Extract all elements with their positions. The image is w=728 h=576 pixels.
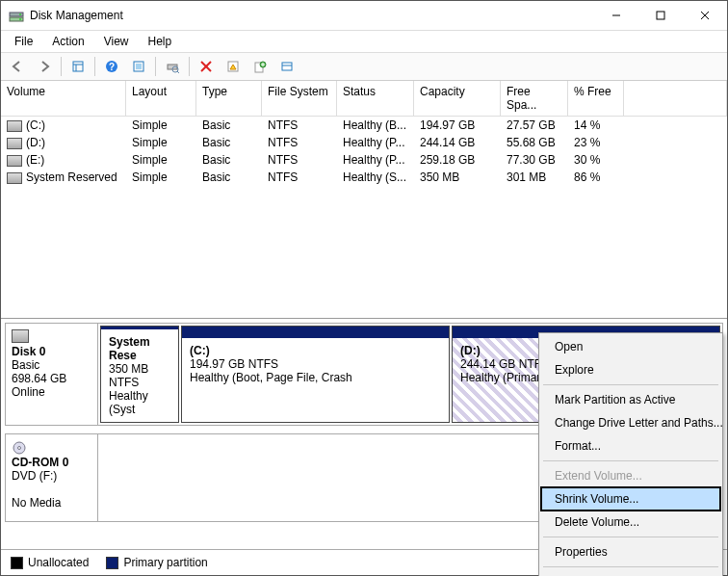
menu-file[interactable]: File (7, 33, 40, 50)
volume-icon (7, 155, 22, 167)
window-titlebar: Disk Management (1, 1, 727, 31)
legend-primary: Primary partition (106, 556, 207, 569)
swatch-black (11, 557, 23, 569)
svg-rect-5 (657, 12, 664, 19)
vol-type: Basic (196, 117, 262, 134)
menu-view[interactable]: View (96, 33, 137, 50)
part-title: (C:) (190, 344, 210, 357)
partition-c[interactable]: (C:) 194.97 GB NTFS Healthy (Boot, Page … (181, 326, 450, 423)
col-free[interactable]: Free Spa... (501, 81, 568, 117)
volume-row[interactable]: (D:) SimpleBasicNTFSHealthy (P...244.14 … (1, 134, 727, 151)
cdrom-info[interactable]: CD-ROM 0 DVD (F:) No Media (6, 434, 98, 521)
disk-info[interactable]: Disk 0 Basic 698.64 GB Online (6, 324, 98, 425)
col-type[interactable]: Type (196, 81, 262, 117)
svg-point-26 (18, 447, 21, 450)
separator (543, 537, 718, 537)
ctx-mark-active[interactable]: Mark Partition as Active (541, 388, 720, 411)
col-capacity[interactable]: Capacity (414, 81, 501, 117)
svg-point-3 (19, 18, 21, 20)
disk-mgmt-icon (9, 8, 24, 23)
minimize-button[interactable] (594, 1, 638, 30)
svg-rect-23 (282, 63, 292, 70)
vol-layout: Simple (126, 117, 196, 134)
volume-list: Volume Layout Type File System Status Ca… (1, 81, 727, 319)
close-button[interactable] (683, 1, 727, 30)
ctx-delete[interactable]: Delete Volume... (541, 511, 720, 534)
menu-action[interactable]: Action (44, 33, 91, 50)
separator (61, 57, 62, 76)
disk-name: Disk 0 (12, 345, 91, 358)
ctx-shrink[interactable]: Shrink Volume... (541, 487, 720, 511)
properties-button[interactable] (221, 54, 246, 79)
volume-icon (7, 120, 22, 132)
part-status: Healthy (Syst (109, 389, 148, 416)
volume-row[interactable]: (E:) SimpleBasicNTFSHealthy (P...259.18 … (1, 151, 727, 169)
ctx-open[interactable]: Open (541, 335, 720, 358)
part-title: System Rese (109, 335, 150, 362)
partition-system-reserved[interactable]: System Rese 350 MB NTFS Healthy (Syst (100, 326, 179, 423)
volume-icon (7, 138, 22, 149)
col-layout[interactable]: Layout (126, 81, 196, 117)
vol-name: (C:) (26, 118, 45, 132)
ctx-extend: Extend Volume... (541, 464, 720, 487)
part-size: 244.14 GB NTFS (460, 357, 549, 371)
rescan-button[interactable] (160, 54, 185, 79)
separator (155, 57, 156, 76)
forward-button[interactable] (32, 54, 57, 79)
ctx-help[interactable]: Help (541, 570, 720, 576)
delete-button[interactable] (194, 54, 219, 79)
show-hide-button[interactable] (65, 54, 91, 79)
svg-line-17 (177, 71, 179, 73)
menu-help[interactable]: Help (141, 33, 180, 50)
svg-rect-14 (136, 64, 142, 69)
vol-pct: 14 % (568, 117, 624, 134)
vol-status: Healthy (B... (337, 117, 414, 134)
column-headers: Volume Layout Type File System Status Ca… (1, 81, 727, 117)
legend-unallocated: Unallocated (11, 556, 89, 569)
cdrom-state: No Media (12, 496, 91, 510)
vol-name: (E:) (26, 153, 44, 167)
vol-name: System Reserved (26, 170, 117, 184)
ctx-properties[interactable]: Properties (541, 540, 720, 563)
swatch-navy (106, 557, 118, 569)
col-fs[interactable]: File System (262, 81, 337, 117)
separator (189, 57, 190, 76)
context-menu: Open Explore Mark Partition as Active Ch… (538, 332, 723, 576)
volume-icon (7, 172, 22, 184)
col-pct[interactable]: % Free (568, 81, 624, 117)
disk-state: Online (12, 385, 91, 399)
window-title: Disk Management (30, 9, 594, 22)
menu-bar: File Action View Help (1, 31, 727, 53)
ctx-change-letter[interactable]: Change Drive Letter and Paths... (541, 411, 720, 434)
col-empty[interactable] (624, 81, 727, 117)
vol-name: (D:) (26, 136, 45, 149)
ctx-explore[interactable]: Explore (541, 358, 720, 381)
part-size: 194.97 GB NTFS (190, 357, 278, 371)
col-volume[interactable]: Volume (1, 81, 126, 117)
separator (94, 57, 95, 76)
separator (543, 460, 718, 461)
toolbar: ? (1, 53, 727, 81)
volume-row[interactable]: (C:) Simple Basic NTFS Healthy (B... 194… (1, 117, 727, 134)
help-button[interactable]: ? (99, 54, 124, 79)
part-size: 350 MB NTFS (109, 362, 148, 389)
cdrom-name: CD-ROM 0 (12, 456, 91, 469)
refresh-button[interactable] (126, 54, 151, 79)
settings-button[interactable] (247, 54, 273, 79)
view-button[interactable] (274, 54, 299, 79)
svg-text:?: ? (109, 62, 115, 72)
volume-row[interactable]: System Reserved SimpleBasicNTFSHealthy (… (1, 169, 727, 186)
separator (543, 384, 718, 385)
back-button[interactable] (5, 54, 30, 79)
partition-band (182, 327, 449, 338)
svg-point-2 (19, 13, 21, 15)
disk-type: Basic (12, 358, 91, 372)
ctx-format[interactable]: Format... (541, 434, 720, 458)
disk-icon (12, 329, 29, 343)
col-status[interactable]: Status (337, 81, 414, 117)
vol-capacity: 194.97 GB (414, 117, 501, 134)
disk-size: 698.64 GB (12, 372, 91, 385)
maximize-button[interactable] (638, 1, 683, 30)
cdrom-type: DVD (F:) (12, 469, 91, 483)
cdrom-icon (12, 440, 91, 456)
